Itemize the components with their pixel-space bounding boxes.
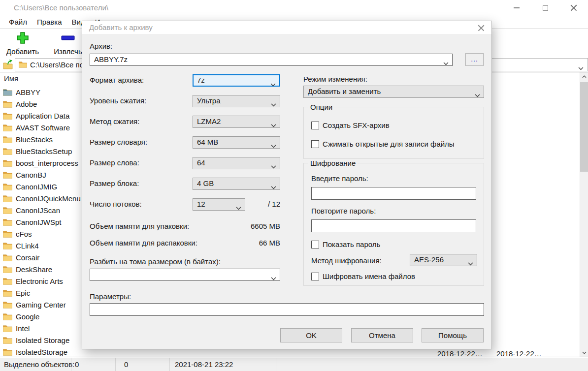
encryption-method-combobox[interactable]: AES-256 xyxy=(410,254,477,266)
help-button[interactable]: Помощь xyxy=(422,328,484,342)
file-name: CanonBJ xyxy=(16,171,46,179)
field-dropdown[interactable]: 64 xyxy=(193,157,280,169)
add-button[interactable]: Добавить xyxy=(0,29,45,58)
add-button-label: Добавить xyxy=(6,47,39,56)
chevron-down-icon[interactable] xyxy=(578,63,584,72)
folder-icon xyxy=(3,301,13,309)
folder-icon xyxy=(3,348,13,356)
folder-icon xyxy=(3,112,13,120)
folder-icon xyxy=(3,195,13,202)
folder-icon xyxy=(3,278,13,285)
ok-button[interactable]: OK xyxy=(280,328,342,342)
dialog-titlebar: Добавить к архиву xyxy=(82,21,491,34)
encrypt-names-checkbox-label: Шифровать имена файлов xyxy=(323,272,415,280)
checkbox-icon xyxy=(311,241,319,248)
total-count: 0 xyxy=(124,360,128,369)
field-value: 64 xyxy=(197,158,269,167)
status-bar: Выделено объектов: 0 0 2021-08-21 23:22 xyxy=(0,358,588,371)
file-name: Adobe xyxy=(16,100,37,108)
field-label: Число потоков: xyxy=(90,200,142,208)
field-value: 12 xyxy=(197,200,234,208)
file-name: CLink4 xyxy=(16,242,39,250)
green-plus-icon xyxy=(16,31,29,46)
file-name: IsolatedStorage xyxy=(16,348,67,356)
repeat-password-input[interactable] xyxy=(311,219,476,232)
folder-icon xyxy=(3,159,13,167)
file-name: BlueStacks xyxy=(16,135,53,144)
cancel-button[interactable]: Отмена xyxy=(351,328,413,342)
dialog-close-button[interactable] xyxy=(477,24,486,32)
field-row: Метод сжатия: LZMA2 xyxy=(90,116,280,128)
field-dropdown[interactable]: 4 GB xyxy=(193,178,280,190)
options-group-title: Опции xyxy=(308,103,334,111)
maximize-button[interactable] xyxy=(531,0,559,16)
file-name: Gaming Center xyxy=(16,301,66,309)
minimize-icon xyxy=(514,7,520,8)
password-input[interactable] xyxy=(311,187,476,200)
repeat-password-label: Повторите пароль: xyxy=(311,207,376,215)
minimize-button[interactable] xyxy=(502,0,531,16)
archive-name-value: ABBYY.7z xyxy=(94,55,441,63)
address-path: C:\Users\Все по xyxy=(30,61,84,69)
menu-item[interactable]: Файл xyxy=(4,18,32,26)
field-label: Формат архива: xyxy=(90,76,144,84)
field-row: Формат архива: 7z xyxy=(90,74,280,87)
folder-icon xyxy=(3,183,13,190)
update-mode-combobox[interactable]: Добавить и заменить xyxy=(303,86,484,98)
parameters-input[interactable] xyxy=(90,303,484,316)
folder-icon xyxy=(3,136,13,143)
file-name: Application Data xyxy=(16,112,69,120)
folder-icon xyxy=(3,124,13,131)
scroll-down-button[interactable] xyxy=(580,348,588,357)
file-date-created: 2018-12-22… xyxy=(496,349,542,358)
password-label: Введите пароль: xyxy=(311,174,368,183)
file-name: AVAST Software xyxy=(16,124,70,132)
field-dropdown[interactable]: 64 MB xyxy=(193,136,280,149)
extract-button-label: Извлечь xyxy=(54,47,82,56)
column-header-name[interactable]: Имя xyxy=(4,74,18,83)
chevron-down-icon xyxy=(271,274,276,282)
parent-folder-button[interactable] xyxy=(2,59,14,71)
encrypt-names-checkbox[interactable]: Шифровать имена файлов xyxy=(311,272,415,280)
encryption-group: Шифрование Введите пароль: Повторите пар… xyxy=(303,163,484,286)
selected-objects-label: Выделено объектов: xyxy=(4,360,74,369)
chevron-down-icon xyxy=(271,183,276,191)
vertical-scrollbar[interactable] xyxy=(580,72,588,357)
archive-name-combobox[interactable]: ABBYY.7z xyxy=(90,54,453,66)
sfx-checkbox[interactable]: Создать SFX-архив xyxy=(311,121,390,129)
field-dropdown[interactable]: Ультра xyxy=(193,95,280,107)
field-dropdown[interactable]: LZMA2 xyxy=(193,116,280,128)
file-name: CanonIJMIG xyxy=(16,183,57,191)
browse-button[interactable]: ... xyxy=(465,53,484,66)
file-name: cFos xyxy=(16,230,32,238)
folder-icon xyxy=(3,148,13,155)
chevron-down-icon xyxy=(271,162,276,170)
field-dropdown[interactable]: 12 xyxy=(193,198,245,211)
scroll-up-button[interactable] xyxy=(580,72,588,81)
chevron-down-icon xyxy=(475,91,480,99)
field-suffix: / 12 xyxy=(268,200,280,208)
compress-shared-checkbox[interactable]: Сжимать открытые для записи файлы xyxy=(311,140,455,148)
chevron-down-icon xyxy=(468,259,473,267)
folder-icon xyxy=(19,61,27,69)
chevron-down-icon xyxy=(443,59,449,67)
file-name: CanonIJQuickMenu xyxy=(16,194,81,203)
status-divider xyxy=(71,358,71,371)
encryption-group-title: Шифрование xyxy=(308,159,358,167)
show-password-checkbox[interactable]: Показать пароль xyxy=(311,240,380,248)
folder-icon xyxy=(3,207,13,214)
file-name: boost_interprocess xyxy=(16,159,78,167)
chevron-down-icon xyxy=(270,80,276,88)
close-button[interactable] xyxy=(559,0,588,16)
field-dropdown[interactable]: 7z xyxy=(193,74,280,87)
maximize-icon xyxy=(543,5,548,11)
parameters-label: Параметры: xyxy=(90,292,131,301)
add-to-archive-dialog: Добавить к архиву Архив: ABBYY.7z ... Фо… xyxy=(82,21,492,349)
folder-icon xyxy=(3,266,13,273)
scrollbar-thumb[interactable] xyxy=(580,82,588,172)
file-name: DeskShare xyxy=(16,265,52,274)
file-name: Isolated Storage xyxy=(16,336,69,344)
menu-item[interactable]: Правка xyxy=(32,18,67,26)
status-divider xyxy=(169,358,170,371)
split-volumes-combobox[interactable] xyxy=(90,269,280,281)
